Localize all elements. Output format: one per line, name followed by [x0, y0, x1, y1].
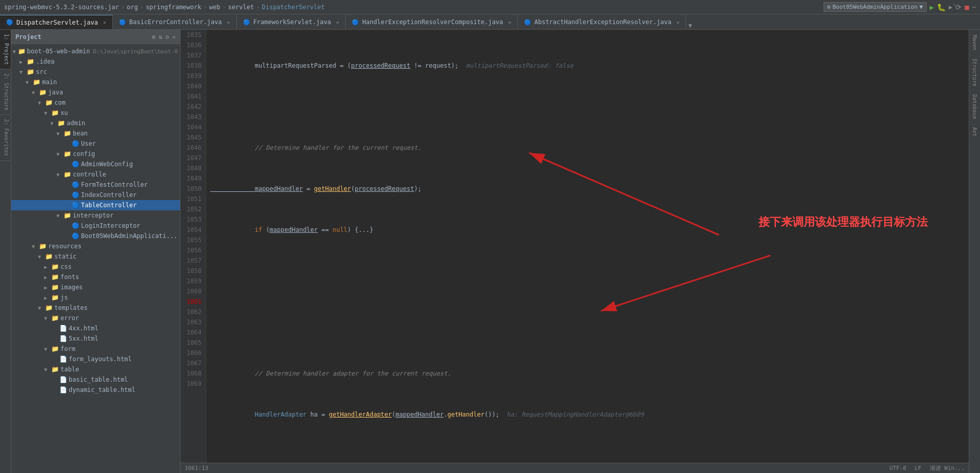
tab-close-3[interactable]: ✕	[336, 19, 339, 25]
form-layouts-icon: 📄	[59, 356, 67, 363]
tab-close-4[interactable]: ✕	[508, 19, 511, 25]
ln-1042: 1042	[185, 102, 202, 112]
boot05webadminapplication-icon: 🔵	[72, 232, 79, 240]
tree-config[interactable]: ▼ 📁 config	[11, 149, 180, 159]
ln-1058: 1058	[185, 266, 202, 276]
tree-xu[interactable]: ▼ 📁 xu	[11, 108, 180, 118]
right-tab-database[interactable]: Database	[971, 91, 978, 122]
right-tab-maven[interactable]: Maven	[971, 32, 978, 53]
com-label: com	[54, 99, 66, 106]
dynamic-table-icon: 📄	[59, 386, 67, 393]
tab-more[interactable]: ▼	[686, 22, 694, 29]
tree-4xx[interactable]: ▶ 📄 4xx.html	[11, 323, 180, 333]
editor-area: 1035 1036 1037 1038 1039 1040 1041 1042 …	[181, 30, 969, 473]
tab-label-5: AbstractHandlerExceptionResolver.java	[534, 18, 671, 26]
sidebar-icon-close[interactable]: ✕	[172, 33, 176, 41]
ln-1044: 1044	[185, 122, 202, 132]
ln-1064: 1064	[185, 327, 202, 338]
tree-user[interactable]: ▶ 🔵 User	[11, 139, 180, 149]
tree-table[interactable]: ▼ 📁 table	[11, 364, 180, 375]
user-label: User	[81, 140, 96, 147]
tree-src[interactable]: ▼ 📁 src	[11, 67, 180, 77]
breadcrumb-part4: web	[209, 4, 221, 11]
tree-admin[interactable]: ▼ 📁 admin	[11, 118, 180, 128]
ln-1045: 1045	[185, 132, 202, 143]
tree-tablecontroller[interactable]: ▶ 🔵 TableController	[11, 200, 180, 210]
com-folder-icon: 📁	[45, 99, 53, 106]
tree-main[interactable]: ▼ 📁 main	[11, 77, 180, 87]
tab-dispatcherservlet[interactable]: 🔵 DispatcherServlet.java ✕	[0, 15, 113, 29]
tree-dynamic-table[interactable]: ▶ 📄 dynamic_table.html	[11, 385, 180, 395]
tree-static[interactable]: ▼ 📁 static	[11, 251, 180, 262]
more-actions[interactable]: ⋯	[972, 4, 976, 11]
idea-label: .idea	[36, 58, 54, 65]
tree-5xx[interactable]: ▶ 📄 5xx.html	[11, 333, 180, 344]
tree-controlle[interactable]: ▼ 📁 controlle	[11, 169, 180, 180]
tab-label-3: FrameworkServlet.java	[253, 18, 331, 26]
tree-templates[interactable]: ▼ 📁 templates	[11, 303, 180, 313]
stop-button[interactable]: ■	[965, 3, 969, 11]
logininterceptor-label: LoginInterceptor	[81, 222, 141, 229]
root-path: D:\Java\springBoot\boot-0	[93, 48, 178, 55]
run-controls: ⚙ Boot05WebAdminApplication ▼ ▶ 🐛 ▶̈ ⟳ ■…	[824, 2, 976, 12]
tab-frameworkservlet[interactable]: 🔵 FrameworkServlet.java ✕	[237, 15, 346, 29]
js-label: js	[61, 294, 68, 301]
tree-basic-table[interactable]: ▶ 📄 basic_table.html	[11, 375, 180, 385]
status-encoding: UTF-8	[889, 465, 906, 471]
sidebar-icon-add[interactable]: ⊕	[152, 33, 155, 41]
status-bar: 1061:13 UTF-8 LF 渐进 Win...	[181, 463, 969, 473]
breadcrumb-classname: DispatcherServlet	[262, 4, 325, 11]
tab-close-5[interactable]: ✕	[676, 19, 679, 25]
run-button[interactable]: ▶	[930, 3, 934, 11]
tab-close-1[interactable]: ✕	[103, 19, 106, 25]
tree-boot05webadminapplication[interactable]: ▶ 🔵 Boot05WebAdminApplicati...	[11, 231, 180, 241]
adminwebconfig-class-icon: 🔵	[72, 161, 79, 168]
code-area[interactable]: 1035 1036 1037 1038 1039 1040 1041 1042 …	[181, 30, 969, 463]
coverage-button[interactable]: ▶̈	[949, 4, 952, 11]
profile-button[interactable]: ⟳	[955, 3, 962, 11]
tree-logininterceptor[interactable]: ▶ 🔵 LoginInterceptor	[11, 221, 180, 231]
interceptor-label: interceptor	[73, 212, 113, 219]
right-sidebar: Maven Structure Database Ant	[969, 30, 980, 473]
tab-basicerrorcontroller[interactable]: 🔵 BasicErrorController.java ✕	[113, 15, 237, 29]
sidebar-tab-project[interactable]: 1: Project	[0, 30, 11, 69]
tree-fonts[interactable]: ▶ 📁 fonts	[11, 272, 180, 282]
tree-images[interactable]: ▶ 📁 images	[11, 282, 180, 292]
right-tab-ant[interactable]: Ant	[971, 124, 978, 140]
tree-form[interactable]: ▼ 📁 form	[11, 344, 180, 354]
tree-js[interactable]: ▶ 📁 js	[11, 292, 180, 303]
main-label: main	[42, 78, 57, 86]
tree-resources[interactable]: ▼ 📁 resources	[11, 241, 180, 251]
tree-bean[interactable]: ▼ 📁 bean	[11, 128, 180, 139]
tree-css[interactable]: ▶ 📁 css	[11, 262, 180, 272]
debug-button[interactable]: 🐛	[937, 3, 946, 11]
tree-com[interactable]: ▼ 📁 com	[11, 97, 180, 108]
logininterceptor-icon: 🔵	[72, 222, 79, 229]
arrow-images: ▶	[44, 285, 50, 290]
tree-indexcontroller[interactable]: ▶ 🔵 IndexController	[11, 190, 180, 200]
static-label: static	[54, 253, 76, 260]
tree-formtestcontroller[interactable]: ▶ 🔵 FormTestController	[11, 180, 180, 190]
tree-root[interactable]: ▼ 📁 boot-05-web-admin D:\Java\springBoot…	[11, 46, 180, 56]
tree-adminwebconfig[interactable]: ▶ 🔵 AdminWebConfig	[11, 159, 180, 169]
tree-interceptor[interactable]: ▼ 📁 interceptor	[11, 210, 180, 221]
tree-java[interactable]: ▼ 📁 java	[11, 87, 180, 97]
ln-1052: 1052	[185, 204, 202, 214]
tab-handlerexceptionresolvercomposite[interactable]: 🔵 HandlerExceptionResolverComposite.java…	[346, 15, 518, 29]
tree-error[interactable]: ▼ 📁 error	[11, 313, 180, 323]
tab-abstracthandlerexceptionresolver[interactable]: 🔵 AbstractHandlerExceptionResolver.java …	[518, 15, 686, 29]
tab-icon-3: 🔵	[243, 19, 250, 26]
sidebar-tab-structure[interactable]: 2: Structure	[0, 69, 11, 115]
right-tab-structure[interactable]: Structure	[971, 55, 978, 89]
tree-idea[interactable]: ▶ 📁 .idea	[11, 56, 180, 67]
tree-form-layouts[interactable]: ▶ 📄 form_layouts.html	[11, 354, 180, 364]
arrow-bean: ▼	[56, 131, 63, 136]
sidebar-tab-favorites[interactable]: 2: Favorites	[0, 115, 11, 161]
4xx-file-icon: 📄	[59, 325, 67, 332]
tab-close-2[interactable]: ✕	[227, 19, 230, 25]
run-config-dropdown[interactable]: ⚙ Boot05WebAdminApplication ▼	[824, 2, 927, 12]
sidebar-icon-settings[interactable]: ⚙	[166, 33, 169, 41]
breadcrumb-part2: org	[127, 4, 138, 11]
tab-label-4: HandlerExceptionResolverComposite.java	[362, 18, 503, 26]
sidebar-icon-sync[interactable]: ⇅	[158, 33, 162, 41]
